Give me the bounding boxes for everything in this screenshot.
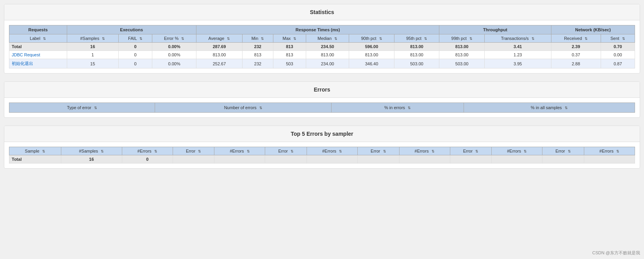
stat-pct90: 813.00 [349, 51, 394, 59]
stat-max: 813 [273, 43, 306, 51]
stat-received: 2.88 [551, 59, 601, 68]
top5-tbody: Total 16 0 [9, 155, 635, 164]
sort-pct95-icon: ⇅ [424, 37, 427, 41]
top5-col-errors2[interactable]: #Errors ⇅ [307, 147, 358, 155]
top5-rest-cell [307, 155, 358, 164]
stat-pct90: 346.40 [349, 59, 394, 68]
stat-sent: 0.87 [601, 59, 635, 68]
col-fail[interactable]: FAIL ⇅ [118, 34, 152, 43]
col-average[interactable]: Average ⇅ [196, 34, 242, 43]
stat-pct95: 813.00 [394, 51, 439, 59]
stat-min: 813 [243, 51, 273, 59]
stat-median: 234.00 [306, 59, 349, 68]
top5-col-errors4[interactable]: #Errors ⇅ [492, 147, 542, 155]
top5-col-errors3[interactable]: #Errors ⇅ [399, 147, 450, 155]
col-error-pct[interactable]: Error % ⇅ [152, 34, 196, 43]
top5-col-errors5[interactable]: #Errors ⇅ [584, 147, 635, 155]
errors-title: Errors [4, 82, 640, 98]
stat-received: 0.37 [551, 51, 601, 59]
stat-received: 2.39 [551, 43, 601, 51]
stat-pct99: 813.00 [439, 43, 485, 51]
errors-col-type[interactable]: Type of error ⇅ [9, 103, 155, 113]
col-samples[interactable]: #Samples ⇅ [67, 34, 118, 43]
sort-errors1-icon: ⇅ [247, 149, 250, 153]
col-label[interactable]: Label ⇅ [9, 34, 67, 43]
errors-col-number[interactable]: Number of errors ⇅ [155, 103, 332, 113]
sort-number-icon: ⇅ [259, 106, 262, 110]
sort-error4-icon: ⇅ [475, 149, 478, 153]
statistics-col-header-row: Label ⇅ #Samples ⇅ FAIL ⇅ Error % ⇅ Aver… [9, 34, 635, 43]
stat-pct99: 503.00 [439, 59, 485, 68]
stat-error-pct: 0.00% [152, 59, 196, 68]
sort-errors2-icon: ⇅ [339, 149, 342, 153]
top5-col-error4[interactable]: Error ⇅ [450, 147, 492, 155]
group-response-times: Response Times (ms) [196, 25, 439, 34]
sort-errors5-icon: ⇅ [616, 149, 619, 153]
top5-col-errors[interactable]: #Errors ⇅ [122, 147, 173, 155]
stat-label: JDBC Request [9, 51, 67, 59]
col-transactions[interactable]: Transactions/s ⇅ [484, 34, 551, 43]
sort-error3-icon: ⇅ [383, 149, 386, 153]
top5-rest-cell [492, 155, 542, 164]
stat-pct95: 503.00 [394, 59, 439, 68]
col-max[interactable]: Max ⇅ [273, 34, 306, 43]
stat-error-pct: 0.00% [152, 43, 196, 51]
sort-fail-icon: ⇅ [139, 37, 143, 41]
sort-pct-errors-icon: ⇅ [408, 106, 411, 110]
top5-table: Sample ⇅ #Samples ⇅ #Errors ⇅ Error ⇅ #E… [9, 147, 635, 164]
stat-min: 232 [243, 59, 273, 68]
sort-label-icon: ⇅ [43, 37, 46, 41]
col-median[interactable]: Median ⇅ [306, 34, 349, 43]
errors-col-pct-all[interactable]: % in all samples ⇅ [464, 103, 635, 113]
group-throughput: Throughput [439, 25, 551, 34]
top5-col-error3[interactable]: Error ⇅ [358, 147, 400, 155]
sort-min-icon: ⇅ [261, 37, 264, 41]
sort-pct90-icon: ⇅ [379, 37, 382, 41]
sort-average-icon: ⇅ [227, 37, 230, 41]
top5-rest-cell [542, 155, 584, 164]
top5-samples: 16 [61, 155, 122, 164]
sort-type-icon: ⇅ [94, 106, 97, 110]
top5-col-sample[interactable]: Sample ⇅ [9, 147, 61, 155]
errors-body: Type of error ⇅ Number of errors ⇅ % in … [4, 98, 640, 117]
stat-average: 287.69 [196, 43, 242, 51]
top5-panel: Top 5 Errors by sampler Sample ⇅ #Sample… [4, 126, 640, 169]
stat-min: 232 [243, 43, 273, 51]
sort-top5errors-icon: ⇅ [154, 149, 157, 153]
col-pct99[interactable]: 99th pct ⇅ [439, 34, 485, 43]
sort-pct99-icon: ⇅ [469, 37, 473, 41]
stat-sent: 0.70 [601, 43, 635, 51]
top5-rest-cell [173, 155, 214, 164]
col-pct95[interactable]: 95th pct ⇅ [394, 34, 439, 43]
top5-col-error1[interactable]: Error ⇅ [173, 147, 214, 155]
sort-max-icon: ⇅ [293, 37, 296, 41]
col-min[interactable]: Min ⇅ [243, 34, 273, 43]
top5-col-samples[interactable]: #Samples ⇅ [61, 147, 122, 155]
stat-median: 813.00 [306, 51, 349, 59]
top5-col-errors1[interactable]: #Errors ⇅ [214, 147, 265, 155]
stat-samples: 15 [67, 59, 118, 68]
top5-rest-cell [358, 155, 400, 164]
stat-transactions: 1.23 [484, 51, 551, 59]
statistics-panel: Statistics Requests Executions Response … [4, 4, 640, 74]
sort-median-icon: ⇅ [334, 37, 337, 41]
top5-rest-cell [450, 155, 492, 164]
errors-col-pct-errors[interactable]: % in errors ⇅ [332, 103, 464, 113]
sort-pct-all-icon: ⇅ [565, 106, 568, 110]
stat-error-pct: 0.00% [152, 51, 196, 59]
col-received[interactable]: Received ⇅ [551, 34, 601, 43]
stat-label: Total [9, 43, 67, 51]
statistics-title: Statistics [4, 4, 640, 20]
stat-label: 初始化退出 [9, 59, 67, 68]
top5-rest-cell [399, 155, 450, 164]
stat-transactions: 3.41 [484, 43, 551, 51]
col-sent[interactable]: Sent ⇅ [601, 34, 635, 43]
top5-col-error2[interactable]: Error ⇅ [265, 147, 307, 155]
sort-errors4-icon: ⇅ [524, 149, 527, 153]
sort-sent-icon: ⇅ [622, 37, 625, 41]
sort-sample-icon: ⇅ [42, 149, 45, 153]
stat-max: 503 [273, 59, 306, 68]
stat-transactions: 3.95 [484, 59, 551, 68]
top5-col-error5[interactable]: Error ⇅ [542, 147, 584, 155]
col-pct90[interactable]: 90th pct ⇅ [349, 34, 394, 43]
